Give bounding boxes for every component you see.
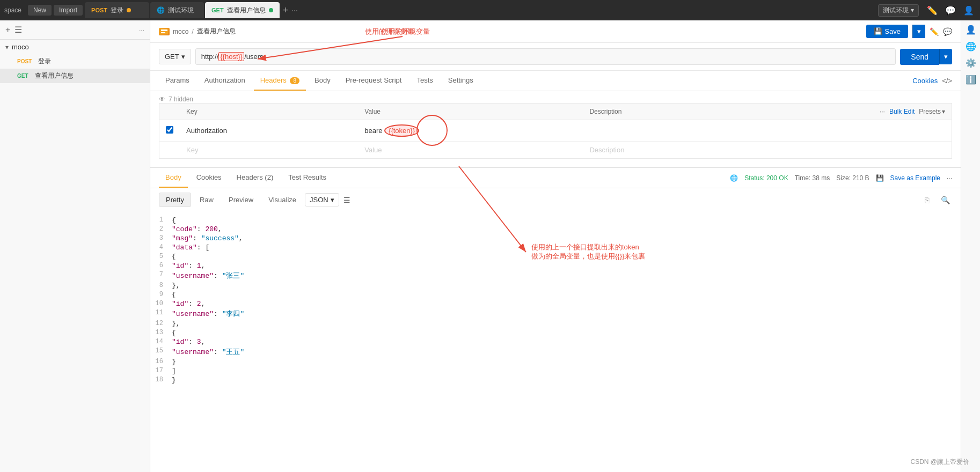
- rs-icon-2[interactable]: 🌐: [966, 41, 976, 51]
- line-content: "username": "李四": [172, 309, 961, 319]
- edit-req-icon[interactable]: ✏️: [930, 27, 939, 36]
- tab-tests[interactable]: Tests: [410, 71, 439, 91]
- row-checkbox-cell: [159, 120, 180, 142]
- rs-icon-4[interactable]: ℹ️: [966, 75, 976, 85]
- resp-subtab-preview[interactable]: Preview: [222, 193, 260, 206]
- code-line: 13 {: [150, 328, 961, 337]
- line-content: "code": 200,: [172, 225, 961, 233]
- resp-subtab-raw[interactable]: Raw: [193, 193, 220, 206]
- save-dropdown[interactable]: ▾: [912, 25, 925, 38]
- copy-icon[interactable]: ⎘: [920, 193, 934, 207]
- send-main-button[interactable]: Send: [900, 49, 939, 65]
- tab-settings[interactable]: Settings: [442, 71, 480, 91]
- resp-subtab-visualize[interactable]: Visualize: [262, 193, 303, 206]
- tab-authorization[interactable]: Authorization: [198, 71, 252, 91]
- breadcrumb-actions: 💾 Save ▾ ✏️ 💬: [866, 25, 952, 38]
- sidebar-item-get-users[interactable]: GET 查看用户信息 ···: [0, 69, 150, 83]
- tab-body[interactable]: Body: [308, 71, 337, 91]
- headers-badge: 8: [290, 77, 299, 84]
- placeholder-desc[interactable]: Description: [583, 142, 952, 159]
- more-icon[interactable]: ···: [880, 108, 885, 115]
- line-content: "id": 2,: [172, 300, 961, 308]
- new-button[interactable]: New: [28, 5, 52, 16]
- line-number: 14: [150, 338, 172, 346]
- tab-pre-request[interactable]: Pre-request Script: [339, 71, 408, 91]
- bulk-edit-button[interactable]: Bulk Edit: [889, 108, 915, 115]
- add-tab-button[interactable]: +: [281, 5, 291, 16]
- import-button[interactable]: Import: [54, 5, 83, 16]
- annotation1-text: 使用的环境变量: [365, 27, 414, 35]
- env-selector[interactable]: 测试环境 ▾: [878, 4, 919, 17]
- env-label: 测试环境: [883, 6, 909, 15]
- sidebar-more[interactable]: ···: [139, 26, 144, 34]
- more-resp[interactable]: ···: [947, 174, 952, 182]
- add-collection-button[interactable]: +: [5, 25, 10, 35]
- sidebar-item-post-login[interactable]: POST 登录 ···: [0, 54, 150, 69]
- presets-label: Presets: [919, 108, 941, 115]
- code-icon[interactable]: </>: [942, 77, 952, 85]
- resp-subtab-pretty[interactable]: Pretty: [159, 193, 191, 207]
- workspace-name: moco: [173, 28, 188, 35]
- placeholder-value[interactable]: Value: [358, 142, 583, 159]
- line-content: "username": "王五": [172, 347, 961, 357]
- resp-tab-body[interactable]: Body: [159, 168, 188, 188]
- method-arrow: ▾: [181, 53, 185, 61]
- tab-dot-login: [127, 8, 131, 12]
- tab-post-login[interactable]: POST 登录: [85, 2, 149, 18]
- format-icon[interactable]: ☰: [343, 196, 350, 204]
- line-number: 13: [150, 329, 172, 337]
- collection-arrow: ▾: [5, 43, 9, 51]
- send-dropdown-button[interactable]: ▾: [939, 49, 952, 64]
- save-button[interactable]: 💾 Save: [866, 25, 908, 38]
- line-number: 9: [150, 291, 172, 299]
- tab-more-button[interactable]: ···: [291, 6, 298, 14]
- chat-icon[interactable]: 💬: [944, 3, 957, 17]
- presets-button[interactable]: Presets ▾: [919, 108, 945, 115]
- save-example-link[interactable]: Save as Example: [890, 174, 940, 182]
- resp-tab-headers[interactable]: Headers (2): [230, 168, 280, 188]
- right-icons: ✏️ 💬 👤: [925, 3, 976, 17]
- req-tabs-right: Cookies </>: [912, 77, 952, 85]
- method-select[interactable]: GET ▾: [159, 49, 191, 64]
- rs-icon-3[interactable]: ⚙️: [966, 58, 976, 68]
- cookies-link[interactable]: Cookies: [912, 77, 938, 85]
- presets-arrow: ▾: [942, 108, 945, 115]
- rs-icon-1[interactable]: 👤: [966, 25, 976, 35]
- code-line: 2 "code": 200,: [150, 225, 961, 234]
- row-checkbox[interactable]: [166, 126, 173, 134]
- time-label: Time: 38 ms: [795, 174, 830, 182]
- avatar-icon[interactable]: 👤: [962, 3, 976, 17]
- code-line: 14 "id": 3,: [150, 337, 961, 346]
- search-icon[interactable]: 🔍: [938, 193, 952, 207]
- line-content: "username": "张三": [172, 271, 961, 281]
- comment-icon[interactable]: 💬: [943, 27, 952, 36]
- url-input[interactable]: http://{{host}}/users: [195, 48, 896, 65]
- eye-icon: 👁: [159, 95, 165, 103]
- main-layout: + ☰ ··· ▾ moco POST 登录 ··· GET 查看用户信息 ··…: [0, 20, 980, 472]
- code-line: 16 }: [150, 357, 961, 366]
- placeholder-check: [159, 142, 180, 159]
- key-col-header: Key: [180, 104, 358, 120]
- tab-test-env[interactable]: 🌐 测试环境: [150, 2, 204, 18]
- check-col-header: [159, 104, 180, 120]
- format-selector[interactable]: JSON ▾: [305, 193, 339, 206]
- line-number: 5: [150, 253, 172, 261]
- filter-button[interactable]: ☰: [14, 25, 22, 35]
- collection-name: moco: [12, 43, 29, 51]
- placeholder-key[interactable]: Key: [180, 142, 358, 159]
- tab-headers[interactable]: Headers 8: [254, 71, 306, 91]
- resp-tab-cookies[interactable]: Cookies: [190, 168, 228, 188]
- code-line: 8 },: [150, 281, 961, 290]
- tab-get-users[interactable]: GET 查看用户信息: [205, 2, 280, 18]
- line-content: },: [172, 320, 961, 328]
- line-number: 11: [150, 309, 172, 319]
- line-content: "id": 3,: [172, 338, 961, 346]
- resp-tab-test-results[interactable]: Test Results: [282, 168, 333, 188]
- value-cell: beare {{token}}: [358, 120, 583, 142]
- line-content: {: [172, 253, 961, 261]
- resp-subtabs: Pretty Raw Preview Visualize JSON ▾ ☰ ⎘ …: [150, 188, 961, 211]
- collection-moco[interactable]: ▾ moco: [0, 40, 150, 54]
- edit-icon[interactable]: ✏️: [925, 3, 939, 17]
- tab-params[interactable]: Params: [159, 71, 196, 91]
- line-content: "msg": "success",: [172, 234, 961, 242]
